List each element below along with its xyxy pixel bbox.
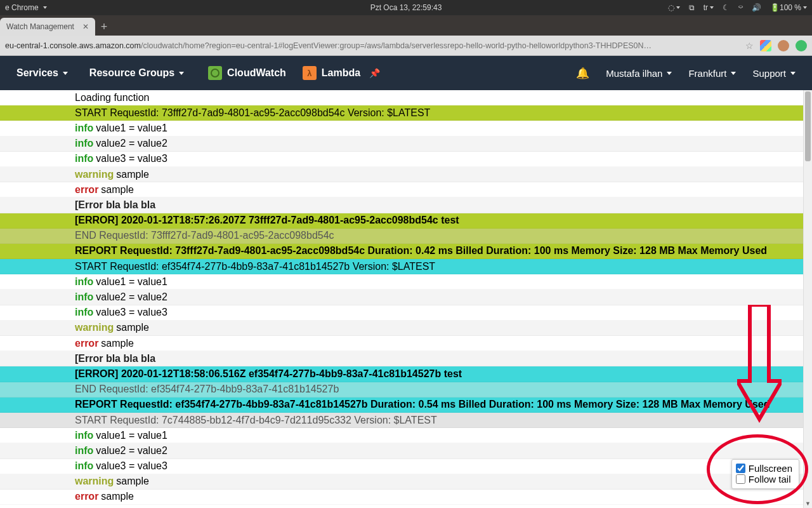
log-row[interactable]: info value3 = value3 — [0, 152, 803, 167]
url-path: /cloudwatch/home?region=eu-central-1#log… — [141, 41, 652, 50]
log-row[interactable]: info value2 = value2 — [0, 443, 803, 458]
nav-services[interactable]: Services — [16, 67, 68, 79]
url-display[interactable]: eu-central-1.console.aws.amazon.com/clou… — [5, 41, 740, 50]
nav-cloudwatch[interactable]: CloudWatch — [208, 66, 286, 80]
log-text: info — [75, 138, 93, 149]
log-text: info — [75, 123, 93, 134]
nav-support-menu[interactable]: Support — [752, 68, 796, 79]
close-icon[interactable]: ✕ — [82, 22, 89, 31]
log-text: REPORT RequestId: 73fff27d-7ad9-4801-ac9… — [75, 245, 767, 257]
log-row[interactable]: START RequestId: 7c744885-bb12-4f7d-b4c9… — [0, 413, 803, 428]
log-text: START RequestId: ef354f74-277b-4bb9-83a7… — [75, 261, 435, 272]
lambda-icon — [303, 66, 317, 80]
log-text: error — [75, 184, 98, 196]
follow-tail-checkbox[interactable] — [736, 474, 745, 484]
log-text: value3 = value3 — [96, 153, 167, 164]
log-rows-container[interactable]: Loading functionSTART RequestId: 73fff27… — [0, 90, 803, 508]
log-row[interactable]: END RequestId: ef354f74-277b-4bb9-83a7-4… — [0, 382, 803, 398]
log-row[interactable]: info value1 = value1 — [0, 274, 803, 290]
log-text: [Error bla bla bla — [75, 199, 155, 211]
log-row[interactable]: [ERROR] 2020-01-12T18:57:26.207Z 73fff27… — [0, 213, 803, 229]
browser-tab[interactable]: Watch Management ✕ — [0, 18, 95, 36]
profile-avatar-icon[interactable] — [778, 40, 789, 51]
pin-icon[interactable]: 📌 — [369, 68, 380, 78]
log-text: sample — [116, 476, 149, 487]
caret-down-icon — [179, 72, 184, 75]
extension-icon[interactable] — [760, 40, 771, 51]
cloudwatch-icon — [208, 66, 222, 80]
log-text: info — [75, 430, 93, 441]
nav-resource-groups[interactable]: Resource Groups — [89, 67, 184, 79]
nav-lambda[interactable]: Lambda — [303, 66, 360, 80]
nav-label: Resource Groups — [89, 67, 174, 79]
os-clock: Pzt Oca 13, 22:59:43 — [370, 3, 442, 12]
follow-tail-toggle[interactable]: Follow tail — [736, 474, 792, 485]
keyboard-layout[interactable]: tr — [704, 3, 714, 12]
log-text: [ERROR] 2020-01-12T18:57:26.207Z 73fff27… — [75, 215, 459, 226]
viewer-options-panel: Fullscreen Follow tail — [731, 459, 799, 489]
log-row[interactable]: info value3 = value3 — [0, 305, 803, 321]
nav-label: Lambda — [322, 67, 360, 79]
log-text: sample — [116, 322, 149, 333]
wifi-icon[interactable]: ⌔ — [738, 3, 743, 12]
log-row[interactable]: info value1 = value1 — [0, 428, 803, 443]
scroll-down-icon[interactable]: ▼ — [804, 499, 812, 508]
log-text: error — [75, 338, 98, 349]
log-text: value1 = value1 — [96, 276, 167, 288]
log-row[interactable]: error sample — [0, 490, 803, 505]
log-row[interactable]: info value1 = value1 — [0, 121, 803, 136]
log-text: info — [75, 445, 93, 457]
nav-label: CloudWatch — [227, 67, 286, 79]
log-row[interactable]: START RequestId: 73fff27d-7ad9-4801-ac95… — [0, 105, 803, 121]
log-row[interactable]: info value2 = value2 — [0, 137, 803, 152]
log-row[interactable]: warning sample — [0, 167, 803, 182]
log-row[interactable]: info value3 = value3 — [0, 459, 803, 474]
option-label: Follow tail — [749, 474, 791, 485]
nav-user-menu[interactable]: Mustafa ilhan — [606, 68, 672, 79]
caret-down-icon — [790, 72, 796, 75]
bell-icon[interactable]: 🔔 — [576, 67, 589, 80]
log-text: value3 = value3 — [96, 460, 167, 472]
log-row[interactable]: START RequestId: ef354f74-277b-4bb9-83a7… — [0, 259, 803, 274]
log-row[interactable]: info value2 = value2 — [0, 290, 803, 305]
bookmark-star-icon[interactable]: ☆ — [745, 41, 754, 51]
battery-icon[interactable]: 🔋 100 % — [770, 3, 807, 12]
log-row[interactable]: END RequestId: 73fff27d-7ad9-4801-ac95-2… — [0, 229, 803, 244]
accessibility-icon[interactable]: ◌ — [668, 3, 680, 12]
dropbox-icon[interactable]: ⧉ — [689, 3, 695, 12]
vertical-scrollbar[interactable]: ▲ ▼ — [803, 90, 812, 508]
log-row[interactable]: error sample — [0, 336, 803, 351]
nav-label: Mustafa ilhan — [606, 68, 662, 79]
log-row[interactable]: REPORT RequestId: 73fff27d-7ad9-4801-ac9… — [0, 244, 803, 259]
log-text: value1 = value1 — [96, 430, 167, 441]
log-row[interactable]: error sample — [0, 182, 803, 197]
url-host: eu-central-1.console.aws.amazon.com — [5, 41, 141, 50]
new-tab-button[interactable]: + — [95, 18, 113, 36]
volume-icon[interactable]: 🔊 — [752, 3, 761, 12]
fullscreen-checkbox[interactable] — [736, 464, 745, 473]
log-row[interactable]: warning sample — [0, 474, 803, 490]
log-row[interactable]: [Error bla bla bla — [0, 351, 803, 366]
log-text: END RequestId: 73fff27d-7ad9-4801-ac95-2… — [75, 230, 334, 241]
log-text: warning — [75, 322, 114, 333]
os-top-bar: e Chrome Pzt Oca 13, 22:59:43 ◌ ⧉ tr ☾ ⌔… — [0, 0, 812, 15]
scrollbar-thumb[interactable] — [805, 91, 811, 161]
night-icon[interactable]: ☾ — [723, 3, 730, 12]
log-text: value2 = value2 — [96, 445, 167, 457]
log-text: [ERROR] 2020-01-12T18:58:06.516Z ef354f7… — [75, 368, 462, 380]
log-text: sample — [101, 491, 134, 502]
log-text: sample — [101, 338, 134, 349]
log-text: info — [75, 307, 93, 318]
log-row[interactable]: REPORT RequestId: ef354f74-277b-4bb9-83a… — [0, 398, 803, 413]
log-row[interactable]: [Error bla bla bla — [0, 197, 803, 213]
nav-region-menu[interactable]: Frankfurt — [688, 68, 736, 79]
os-app-menu[interactable]: e Chrome — [5, 3, 47, 12]
fullscreen-toggle[interactable]: Fullscreen — [736, 463, 792, 474]
log-row[interactable]: Loading function — [0, 90, 803, 105]
log-text: Loading function — [75, 92, 149, 104]
caret-down-icon — [63, 72, 68, 75]
extension-icon[interactable] — [796, 40, 807, 51]
log-row[interactable]: warning sample — [0, 321, 803, 336]
log-text: info — [75, 276, 93, 288]
log-row[interactable]: [ERROR] 2020-01-12T18:58:06.516Z ef354f7… — [0, 366, 803, 382]
